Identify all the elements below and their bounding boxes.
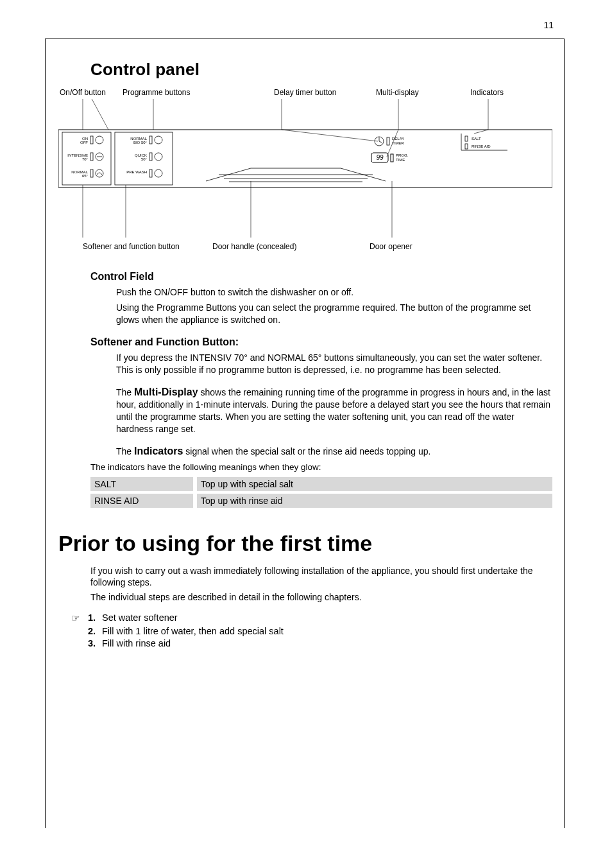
prior-intro-2: The individual steps are described in de… — [90, 591, 551, 603]
svg-text:RINSE AID: RINSE AID — [472, 144, 491, 148]
svg-line-46 — [92, 99, 108, 130]
svg-line-53 — [474, 130, 488, 134]
svg-point-24 — [155, 153, 162, 161]
para-indicators-note: signal when the special salt or the rins… — [183, 446, 430, 456]
indicators-table: SALT Top up with special salt RINSE AID … — [90, 477, 552, 508]
svg-text:70°: 70° — [82, 157, 89, 161]
svg-rect-38 — [465, 136, 468, 141]
svg-point-22 — [155, 136, 162, 144]
indicator-key-rinse: RINSE AID — [90, 494, 193, 508]
svg-rect-35 — [391, 154, 393, 162]
svg-rect-21 — [149, 136, 152, 144]
svg-point-26 — [155, 169, 162, 177]
heading-prior-first-use: Prior to using for the first time — [58, 531, 564, 556]
svg-text:65°: 65° — [82, 174, 89, 178]
svg-text:OFF: OFF — [80, 141, 88, 144]
svg-rect-30 — [387, 137, 389, 145]
svg-rect-8 — [90, 136, 93, 144]
subhead-multi-intro: The — [116, 387, 134, 397]
svg-line-29 — [379, 141, 382, 143]
control-panel-diagram: On/Off button Programme buttons Delay ti… — [58, 98, 551, 265]
page-number: 11 — [543, 20, 554, 30]
svg-text:50°: 50° — [141, 157, 148, 161]
svg-rect-13 — [90, 169, 93, 177]
subhead-indicators: Indicators — [134, 446, 183, 456]
svg-text:99: 99 — [376, 154, 384, 161]
svg-point-14 — [96, 169, 103, 177]
svg-rect-23 — [149, 153, 152, 161]
prior-intro-1: If you wish to carry out a wash immediat… — [90, 565, 551, 589]
hand-pointer-icon: ☞ — [71, 612, 88, 624]
callout-multi-display: Multi-display — [376, 89, 419, 98]
svg-rect-39 — [465, 144, 468, 149]
svg-text:BIO 50°: BIO 50° — [133, 141, 148, 144]
step-2: Fill with 1 litre of water, then add spe… — [102, 626, 551, 636]
subhead-control-field: Control Field — [90, 271, 154, 282]
indicator-val-salt: Top up with special salt — [197, 477, 552, 491]
svg-text:TIMER: TIMER — [392, 141, 404, 145]
svg-rect-10 — [90, 153, 93, 161]
callout-indicators: Indicators — [470, 89, 504, 98]
subhead-indicators-intro: The — [116, 446, 134, 456]
step-num-3: 3. — [88, 638, 102, 648]
svg-text:TIME: TIME — [396, 158, 405, 162]
indicators-note: The indicators have the following meanin… — [90, 462, 551, 472]
indicator-key-salt: SALT — [90, 477, 193, 491]
callout-programme-buttons: Programme buttons — [123, 89, 190, 98]
subhead-multi-display: Multi-Display — [134, 386, 198, 397]
page-frame: 11 Control panel On/Off button Programme… — [45, 39, 565, 828]
steps-list: ☞ 1. Set water softener 2. Fill with 1 l… — [71, 612, 551, 648]
svg-text:PRE WASH: PRE WASH — [126, 170, 147, 174]
step-1: Set water softener — [102, 612, 551, 623]
callout-delay-timer: Delay timer button — [274, 89, 338, 98]
para-softener: If you depress the INTENSIV 70° and NORM… — [116, 352, 551, 376]
step-num-2: 2. — [88, 626, 102, 636]
svg-point-9 — [96, 136, 103, 144]
panel-illustration: ONOFF INTENSIVE70° NORMAL65° NORMALBIO 5… — [58, 98, 552, 265]
svg-text:SALT: SALT — [472, 137, 481, 141]
heading-control-panel: Control panel — [90, 60, 564, 80]
indicator-val-rinse: Top up with rinse aid — [197, 494, 552, 508]
para-on-off: Push the ON/OFF button to switch the dis… — [116, 286, 551, 299]
step-3: Fill with rinse aid — [102, 638, 551, 648]
subhead-softener: Softener and Function Button: — [90, 336, 239, 347]
step-num-1: 1. — [88, 612, 102, 623]
svg-line-49 — [282, 130, 378, 141]
svg-text:PROG.: PROG. — [396, 153, 409, 157]
svg-rect-25 — [149, 169, 152, 177]
callout-on-off: On/Off button — [60, 89, 106, 98]
para-programme-buttons: Using the Programme Buttons you can sele… — [116, 302, 551, 326]
